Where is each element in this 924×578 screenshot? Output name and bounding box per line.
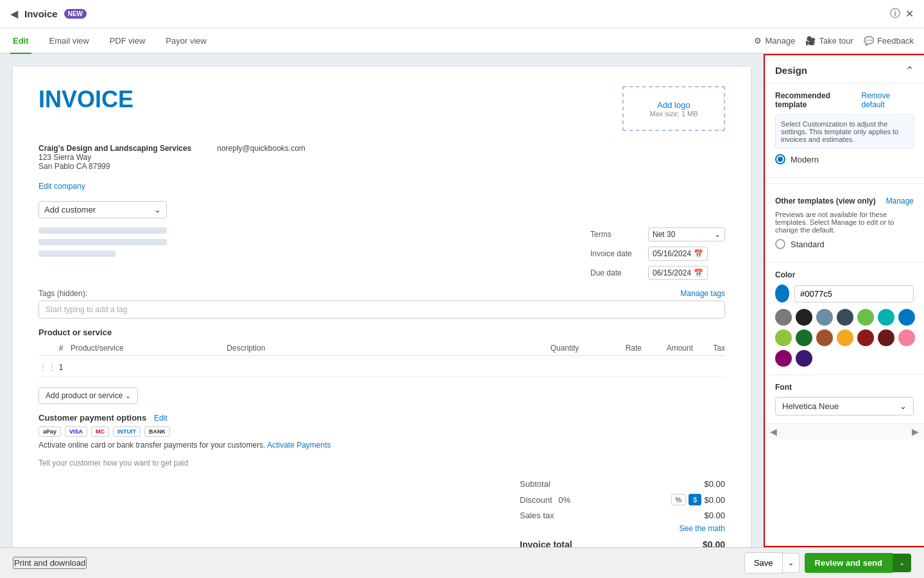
review-send-dropdown-button[interactable]: ⌄ — [893, 554, 911, 572]
print-download-button[interactable]: Print and download — [13, 557, 87, 569]
invoice-date-row: Invoice date 05/16/2024 📅 — [590, 247, 725, 261]
dollar-toggle[interactable]: $ — [689, 494, 701, 505]
add-product-button[interactable]: Add product or service ⌄ — [38, 387, 138, 404]
col-product-header: Product/service — [71, 344, 227, 353]
bottom-bar: Print and download Save ⌄ Review and sen… — [0, 547, 924, 578]
tab-payor-view[interactable]: Payor view — [163, 28, 209, 54]
discount-controls: % $ $0.00 — [671, 494, 725, 505]
font-select[interactable]: Helvetica Neue ⌄ — [775, 397, 914, 416]
other-templates-header: Other templates (view only) Manage — [775, 197, 914, 206]
close-icon-button[interactable]: ✕ — [905, 8, 914, 20]
font-label: Font — [775, 383, 914, 392]
drag-handle-icon[interactable]: ⋮⋮ — [38, 362, 51, 372]
back-icon[interactable]: ◀ — [10, 8, 18, 20]
add-logo-label: Add logo — [657, 100, 690, 110]
swatch-gray[interactable] — [775, 309, 792, 326]
payment-desc: Activate online card or bank transfer pa… — [38, 441, 725, 450]
modern-label: Modern — [791, 155, 819, 164]
manage-action[interactable]: ⚙ Manage — [754, 36, 795, 46]
swatch-black[interactable] — [796, 309, 812, 326]
color-hex-input[interactable] — [794, 285, 914, 302]
swatch-dark-red[interactable] — [857, 329, 874, 346]
swatch-dark-purple[interactable] — [796, 350, 812, 367]
add-logo-box[interactable]: Add logo Max size: 1 MB — [622, 86, 725, 131]
save-button[interactable]: Save — [744, 552, 783, 574]
modern-radio[interactable] — [775, 154, 785, 164]
swatch-dark-slate[interactable] — [837, 309, 853, 326]
activate-payments-link[interactable]: Activate Payments — [267, 441, 330, 450]
company-email: noreply@quickbooks.com — [217, 144, 305, 171]
scroll-right-button[interactable]: ▶ — [912, 426, 919, 437]
payment-note: Tell your customer how you want to get p… — [38, 459, 725, 468]
terms-row: Terms Net 30 ⌄ — [590, 227, 725, 241]
sales-tax-label: Sales tax — [520, 511, 554, 520]
review-send-button[interactable]: Review and send — [805, 553, 893, 573]
help-icon-button[interactable]: ⓘ — [890, 7, 900, 21]
take-tour-action[interactable]: 🎥 Take tour — [805, 36, 853, 46]
tab-pdf-view[interactable]: PDF view — [107, 28, 148, 54]
add-customer-dropdown[interactable]: Add customer ⌄ — [38, 201, 167, 218]
other-manage-link[interactable]: Manage — [886, 197, 914, 206]
tab-edit[interactable]: Edit — [10, 28, 31, 54]
other-templates-label: Other templates (view only) — [775, 197, 876, 206]
tour-icon: 🎥 — [805, 36, 816, 46]
company-info: Craig's Design and Landscaping Services … — [38, 144, 725, 171]
color-label: Color — [775, 270, 914, 279]
new-badge: NEW — [64, 9, 87, 19]
apple-pay-logo: aPay — [38, 426, 61, 437]
panel-collapse-icon[interactable]: ⌃ — [905, 64, 914, 76]
payment-logos: aPay VISA MC INTUIT BANK — [38, 426, 725, 437]
swatch-slate-blue[interactable] — [816, 309, 833, 326]
font-value: Helvetica Neue — [782, 401, 839, 411]
edit-company-link[interactable]: Edit company — [38, 182, 85, 191]
standard-radio[interactable] — [775, 239, 785, 249]
color-swatch-selected[interactable] — [775, 285, 789, 302]
recommended-label: Recommended template — [775, 91, 862, 109]
subtotal-label: Subtotal — [520, 479, 551, 489]
save-dropdown-button[interactable]: ⌄ — [783, 553, 800, 573]
calendar-icon: 📅 — [694, 249, 703, 258]
swatch-dark-green[interactable] — [796, 329, 812, 346]
tags-input[interactable]: Start typing to add a tag — [38, 301, 725, 319]
subtotal-value: $0.00 — [704, 479, 725, 489]
invoice-header: INVOICE Add logo Max size: 1 MB — [38, 86, 725, 131]
navtabs: Edit Email view PDF view Payor view ⚙ Ma… — [0, 28, 924, 54]
terms-select[interactable]: Net 30 ⌄ — [648, 227, 725, 241]
tags-header: Tags (hidden): Manage tags — [38, 289, 725, 298]
swatch-pink[interactable] — [898, 329, 915, 346]
font-chevron-icon: ⌄ — [900, 401, 907, 411]
feedback-action[interactable]: 💬 Feedback — [864, 36, 914, 46]
invoice-total-label: Invoice total — [520, 539, 572, 547]
totals-section: Subtotal $0.00 Discount 0% % $ $0.00 — [520, 477, 725, 547]
products-table-header: # Product/service Description Quantity R… — [38, 344, 725, 356]
scroll-left-button[interactable]: ◀ — [770, 426, 777, 437]
standard-option[interactable]: Standard — [775, 239, 914, 249]
swatch-maroon[interactable] — [878, 329, 894, 346]
swatch-blue[interactable] — [898, 309, 915, 326]
swatch-teal[interactable] — [878, 309, 894, 326]
tab-email-view[interactable]: Email view — [47, 28, 92, 54]
logo-max-size: Max size: 1 MB — [649, 110, 697, 118]
swatch-yellow-green[interactable] — [775, 329, 792, 346]
invoice-total-row: Invoice total $0.00 — [520, 537, 725, 547]
invoice-area[interactable]: INVOICE Add logo Max size: 1 MB Craig's … — [0, 54, 764, 547]
remove-default-link[interactable]: Remove default — [862, 91, 914, 109]
manage-tags-link[interactable]: Manage tags — [681, 289, 725, 298]
due-date-input[interactable]: 06/15/2024 📅 — [648, 266, 708, 280]
invoice-date-input[interactable]: 05/16/2024 📅 — [648, 247, 708, 261]
panel-header: Design ⌃ — [765, 55, 924, 83]
discount-value: $0.00 — [704, 495, 725, 505]
see-math-link[interactable]: See the math — [520, 524, 725, 533]
design-panel: Design ⌃ Recommended template Remove def… — [764, 54, 924, 547]
product-section-title: Product or service — [38, 328, 725, 337]
products-table: # Product/service Description Quantity R… — [38, 344, 725, 377]
payment-title: Customer payment options — [38, 413, 146, 423]
sales-tax-row: Sales tax $0.00 — [520, 508, 725, 523]
swatch-orange[interactable] — [837, 329, 853, 346]
swatch-purple[interactable] — [775, 350, 792, 367]
swatch-brown[interactable] — [816, 329, 833, 346]
modern-option[interactable]: Modern — [775, 154, 914, 164]
swatch-light-green[interactable] — [857, 309, 874, 326]
percent-toggle[interactable]: % — [671, 494, 687, 505]
payment-edit-link[interactable]: Edit — [154, 414, 167, 423]
